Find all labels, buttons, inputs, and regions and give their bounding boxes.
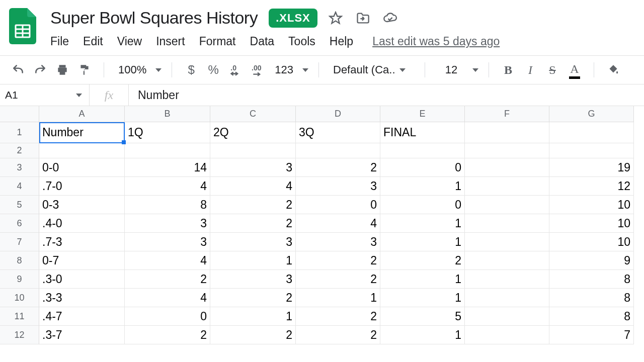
redo-icon[interactable] [31,61,49,79]
menu-edit[interactable]: Edit [83,35,103,48]
cell[interactable]: 2 [210,289,296,307]
cell[interactable]: 1 [380,233,465,251]
strikethrough-button[interactable]: S [543,61,561,79]
cell[interactable]: 0-3 [39,196,125,214]
cell[interactable]: 2 [296,251,380,270]
menu-data[interactable]: Data [250,35,275,48]
cell[interactable]: 1Q [125,122,210,143]
cell[interactable]: 4 [210,177,296,196]
cell[interactable] [465,307,549,326]
cell[interactable]: 0-7 [39,251,125,270]
cell[interactable] [465,289,549,307]
col-header[interactable]: F [465,106,549,122]
percent-button[interactable]: % [204,61,222,79]
cell[interactable]: 2 [210,326,296,344]
bold-button[interactable]: B [499,61,517,79]
cell[interactable]: 10 [549,214,634,233]
cell[interactable] [380,143,465,158]
cell[interactable]: 8 [125,196,210,214]
cell[interactable] [465,196,549,214]
cell[interactable] [296,143,380,158]
row-header[interactable]: 5 [0,196,39,214]
cell[interactable]: 1 [380,214,465,233]
cell[interactable]: 1 [380,326,465,344]
cell[interactable]: 2 [296,270,380,289]
cell[interactable]: 1 [380,270,465,289]
row-header[interactable]: 10 [0,289,39,307]
cell[interactable]: 10 [549,233,634,251]
cell[interactable] [465,143,549,158]
cell[interactable]: .7-0 [39,177,125,196]
cell[interactable] [465,177,549,196]
cell[interactable]: 0 [125,307,210,326]
cell[interactable]: 3 [125,233,210,251]
doc-title[interactable]: Super Bowl Squares History [50,8,258,28]
row-header[interactable]: 2 [0,143,39,158]
menu-insert[interactable]: Insert [156,35,185,48]
cell[interactable]: 19 [549,158,634,177]
cell[interactable]: .3-7 [39,326,125,344]
cell[interactable]: 3 [296,233,380,251]
col-header[interactable]: B [125,106,210,122]
cell[interactable] [210,143,296,158]
cell[interactable]: 1 [380,177,465,196]
cell[interactable]: 0 [380,158,465,177]
cell[interactable]: 12 [549,177,634,196]
cell[interactable]: 2 [380,251,465,270]
cell[interactable]: .3-3 [39,289,125,307]
cell[interactable] [39,143,125,158]
row-header[interactable]: 6 [0,214,39,233]
name-box[interactable]: A1 [0,84,90,106]
last-edit-link[interactable]: Last edit was 5 days ago [372,35,500,48]
cell[interactable]: 2 [125,326,210,344]
cell[interactable]: 1 [380,289,465,307]
cell[interactable]: 14 [125,158,210,177]
cell[interactable]: 1 [210,307,296,326]
cell[interactable]: 3 [210,233,296,251]
move-to-folder-icon[interactable] [356,11,370,25]
fill-color-button[interactable] [604,61,622,79]
cell[interactable]: 7 [549,326,634,344]
cell[interactable]: 3Q [296,122,380,143]
cell[interactable]: 4 [125,177,210,196]
font-size-dropdown[interactable]: 12 [435,63,478,76]
cell[interactable]: 2Q [210,122,296,143]
sheets-logo[interactable] [9,8,36,44]
cell[interactable]: 4 [296,214,380,233]
row-header[interactable]: 1 [0,122,39,143]
row-header[interactable]: 7 [0,233,39,251]
print-icon[interactable] [53,61,71,79]
menu-tools[interactable]: Tools [288,35,315,48]
cell[interactable] [465,233,549,251]
cell[interactable]: 2 [210,196,296,214]
col-header[interactable]: G [549,106,634,122]
cell[interactable] [125,143,210,158]
menu-format[interactable]: Format [199,35,236,48]
col-header[interactable]: D [296,106,380,122]
font-dropdown[interactable]: Default (Ca... [329,63,415,76]
star-icon[interactable] [329,11,343,25]
cell[interactable]: Number [39,122,125,143]
undo-icon[interactable] [9,61,27,79]
row-header[interactable]: 11 [0,307,39,326]
cell[interactable]: 3 [210,270,296,289]
row-header[interactable]: 9 [0,270,39,289]
cell[interactable]: 8 [549,289,634,307]
select-all-corner[interactable] [0,106,39,122]
text-color-button[interactable]: A [566,61,584,79]
cell[interactable]: FINAL [380,122,465,143]
cell[interactable]: .7-3 [39,233,125,251]
cell[interactable] [465,214,549,233]
currency-button[interactable]: $ [182,61,200,79]
cell[interactable]: 3 [125,214,210,233]
cell[interactable]: .4-7 [39,307,125,326]
cell[interactable]: 3 [210,158,296,177]
cell[interactable]: 10 [549,196,634,214]
cell[interactable] [465,270,549,289]
zoom-dropdown[interactable]: 100% [114,63,162,76]
cell[interactable] [549,122,634,143]
increase-decimal-button[interactable]: .00 [249,61,267,79]
cell[interactable]: .4-0 [39,214,125,233]
cell[interactable]: .3-0 [39,270,125,289]
col-header[interactable]: C [210,106,296,122]
